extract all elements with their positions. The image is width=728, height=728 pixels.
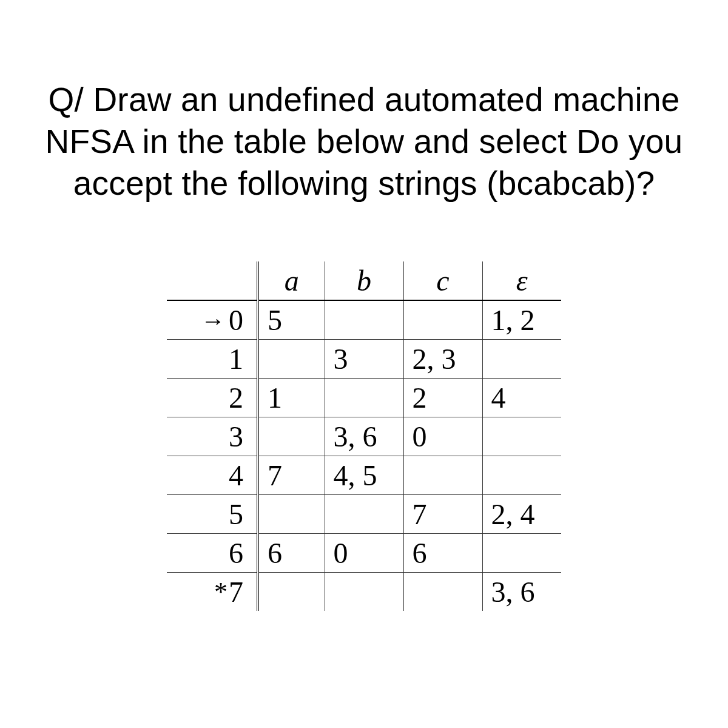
state-label: 0 bbox=[229, 304, 243, 336]
state-cell: 3 bbox=[167, 417, 258, 456]
cell-c bbox=[403, 573, 482, 612]
cell-c: 2 bbox=[403, 379, 482, 417]
state-cell: 5 bbox=[167, 495, 258, 534]
state-label: 2 bbox=[229, 382, 243, 414]
table-row: 5 7 2, 4 bbox=[167, 495, 561, 534]
cell-c: 7 bbox=[403, 495, 482, 534]
state-label: 5 bbox=[229, 498, 243, 530]
cell-b bbox=[325, 495, 403, 534]
table-row: →0 5 1, 2 bbox=[167, 300, 561, 340]
state-cell: *7 bbox=[167, 573, 258, 612]
cell-b bbox=[325, 300, 403, 340]
cell-b: 3 bbox=[325, 340, 403, 379]
state-cell: 4 bbox=[167, 456, 258, 495]
table-row: 1 3 2, 3 bbox=[167, 340, 561, 379]
table-row: 2 1 2 4 bbox=[167, 379, 561, 417]
header-col-eps: ε bbox=[482, 261, 561, 300]
nfsa-table: a b c ε →0 5 1, 2 1 bbox=[167, 261, 561, 611]
cell-eps bbox=[482, 534, 561, 573]
cell-eps bbox=[482, 417, 561, 456]
cell-eps: 2, 4 bbox=[482, 495, 561, 534]
cell-a: 5 bbox=[258, 300, 325, 340]
cell-c bbox=[403, 300, 482, 340]
state-cell: 6 bbox=[167, 534, 258, 573]
state-label: 3 bbox=[229, 420, 243, 453]
cell-b bbox=[325, 573, 403, 612]
cell-b: 4, 5 bbox=[325, 456, 403, 495]
state-cell: 2 bbox=[167, 379, 258, 417]
cell-b: 0 bbox=[325, 534, 403, 573]
state-label: 4 bbox=[229, 459, 243, 491]
cell-c: 2, 3 bbox=[403, 340, 482, 379]
header-col-b: b bbox=[325, 261, 403, 300]
table-row: 6 6 0 6 bbox=[167, 534, 561, 573]
cell-a bbox=[258, 573, 325, 612]
cell-eps bbox=[482, 456, 561, 495]
header-col-a: a bbox=[258, 261, 325, 300]
table-header-row: a b c ε bbox=[167, 261, 561, 300]
accept-star-icon: * bbox=[214, 577, 228, 607]
cell-eps: 3, 6 bbox=[482, 573, 561, 612]
cell-a bbox=[258, 340, 325, 379]
cell-c: 6 bbox=[403, 534, 482, 573]
state-label: 6 bbox=[229, 537, 243, 569]
state-label: 1 bbox=[229, 343, 243, 375]
state-label: 7 bbox=[229, 576, 243, 608]
table-row: 4 7 4, 5 bbox=[167, 456, 561, 495]
table-row: 3 3, 6 0 bbox=[167, 417, 561, 456]
nfsa-table-wrap: a b c ε →0 5 1, 2 1 bbox=[0, 261, 728, 611]
table-row: *7 3, 6 bbox=[167, 573, 561, 612]
cell-c: 0 bbox=[403, 417, 482, 456]
cell-a bbox=[258, 495, 325, 534]
cell-a: 7 bbox=[258, 456, 325, 495]
start-arrow-icon: → bbox=[201, 307, 225, 334]
cell-b bbox=[325, 379, 403, 417]
page: Q/ Draw an undefined automated machine N… bbox=[0, 0, 728, 611]
state-cell: 1 bbox=[167, 340, 258, 379]
cell-b: 3, 6 bbox=[325, 417, 403, 456]
cell-a: 6 bbox=[258, 534, 325, 573]
cell-eps: 4 bbox=[482, 379, 561, 417]
question-text: Q/ Draw an undefined automated machine N… bbox=[30, 79, 698, 204]
cell-c bbox=[403, 456, 482, 495]
cell-a bbox=[258, 417, 325, 456]
cell-eps bbox=[482, 340, 561, 379]
header-state bbox=[167, 261, 258, 300]
cell-eps: 1, 2 bbox=[482, 300, 561, 340]
cell-a: 1 bbox=[258, 379, 325, 417]
header-col-c: c bbox=[403, 261, 482, 300]
state-cell: →0 bbox=[167, 300, 258, 340]
